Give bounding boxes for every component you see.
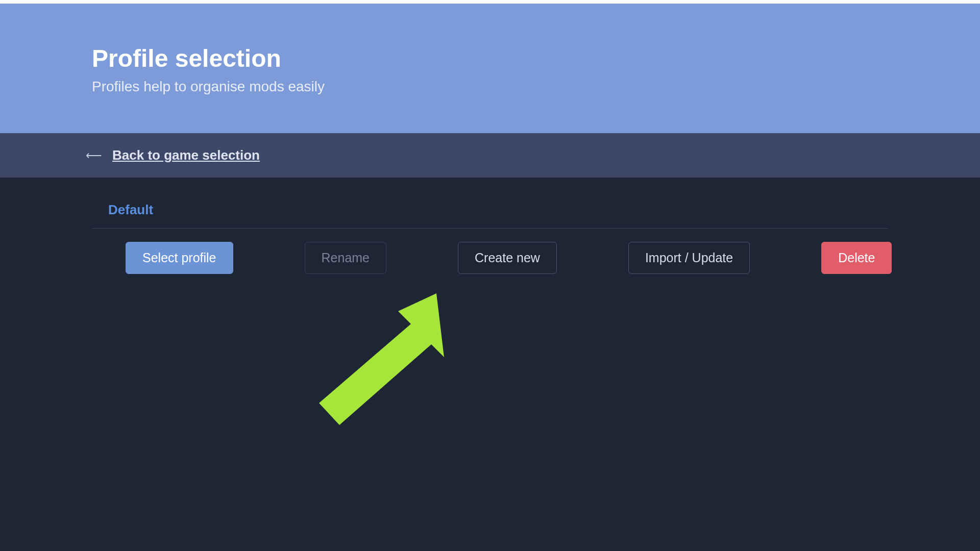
svg-marker-0: [319, 293, 444, 425]
delete-button[interactable]: Delete: [821, 242, 892, 274]
profile-divider: [92, 228, 888, 229]
profile-actions-row: Select profile Rename Create new Import …: [92, 242, 888, 274]
back-arrow-icon: ⟵: [86, 150, 102, 161]
navigation-bar: ⟵ Back to game selection: [0, 133, 980, 178]
top-white-strip: [0, 0, 980, 4]
page-title: Profile selection: [92, 44, 980, 72]
select-profile-button[interactable]: Select profile: [126, 242, 233, 274]
back-to-game-link[interactable]: Back to game selection: [112, 147, 260, 163]
page-header: Profile selection Profiles help to organ…: [0, 4, 980, 133]
content-area: Default Select profile Rename Create new…: [0, 178, 980, 274]
profile-name-label[interactable]: Default: [108, 202, 888, 218]
rename-button[interactable]: Rename: [305, 242, 387, 274]
import-update-button[interactable]: Import / Update: [628, 242, 750, 274]
create-new-button[interactable]: Create new: [458, 242, 557, 274]
page-subtitle: Profiles help to organise mods easily: [92, 79, 980, 95]
annotation-arrow-icon: [304, 283, 447, 426]
